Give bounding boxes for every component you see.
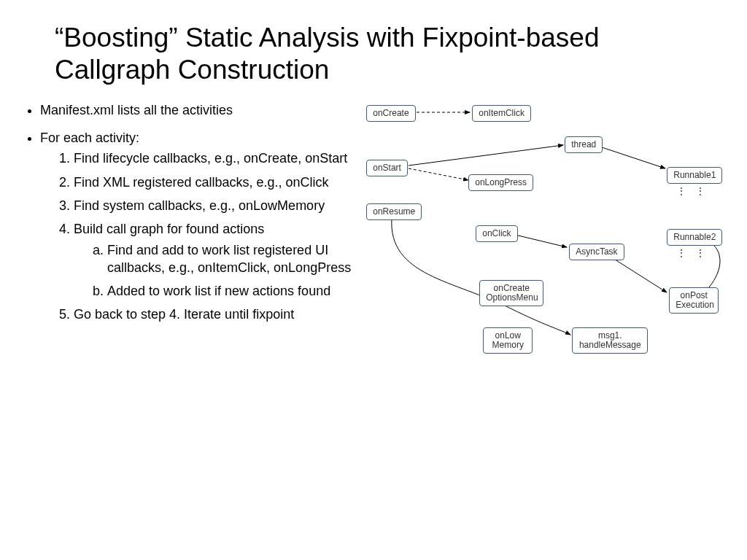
- bullet-2: For each activity: Find lifecycle callba…: [40, 129, 359, 324]
- node-onLowMemory: onLowMemory: [483, 327, 533, 354]
- step-2: Find XML registered callbacks, e.g., onC…: [74, 174, 359, 191]
- step-3: Find system callbacks, e.g., onLowMemory: [74, 197, 359, 214]
- node-onCreateOptionsMenu: onCreateOptionsMenu: [479, 280, 543, 306]
- ellipsis-1: ⋮ ⋮: [676, 185, 708, 197]
- ellipsis-2: ⋮ ⋮: [676, 247, 708, 259]
- node-onClick: onClick: [476, 225, 517, 242]
- step-4a: Find and add to work list registered UI …: [107, 241, 359, 277]
- node-thread: thread: [565, 136, 603, 153]
- node-AsyncTask: AsyncTask: [569, 244, 624, 260]
- step-5: Go back to step 4. Iterate until fixpoin…: [74, 306, 359, 323]
- node-msg1handleMessage: msg1.handleMessage: [572, 327, 648, 354]
- svg-line-4: [512, 234, 567, 247]
- node-onItemClick: onItemClick: [472, 105, 531, 122]
- svg-line-2: [409, 145, 563, 166]
- step-4b: Added to work list if new actions found: [107, 282, 359, 300]
- step-4-text: Build call graph for found actions: [74, 222, 264, 236]
- bullet-2-text: For each activity:: [40, 131, 139, 145]
- bullet-list: Manifest.xml lists all the activities Fo…: [22, 101, 359, 415]
- bullet-1: Manifest.xml lists all the activities: [40, 101, 359, 119]
- slide-title: “Boosting” Static Analysis with Fixpoint…: [55, 22, 692, 87]
- step-4: Build call graph for found actions Find …: [74, 220, 359, 300]
- slide-content: Manifest.xml lists all the activities Fo…: [0, 101, 747, 415]
- node-onPostExecution: onPostExecution: [669, 287, 719, 314]
- callgraph-diagram: onCreate onItemClick thread onStart Runn…: [366, 101, 725, 415]
- node-Runnable2: Runnable2: [667, 229, 722, 246]
- node-onResume: onResume: [366, 203, 422, 220]
- node-Runnable1: Runnable1: [667, 167, 722, 184]
- node-onStart: onStart: [366, 160, 408, 176]
- svg-line-1: [409, 168, 468, 180]
- node-onLongPress: onLongPress: [468, 174, 533, 191]
- svg-line-3: [600, 147, 665, 168]
- node-onCreate: onCreate: [366, 105, 415, 122]
- step-1: Find lifecycle callbacks, e.g., onCreate…: [74, 149, 359, 167]
